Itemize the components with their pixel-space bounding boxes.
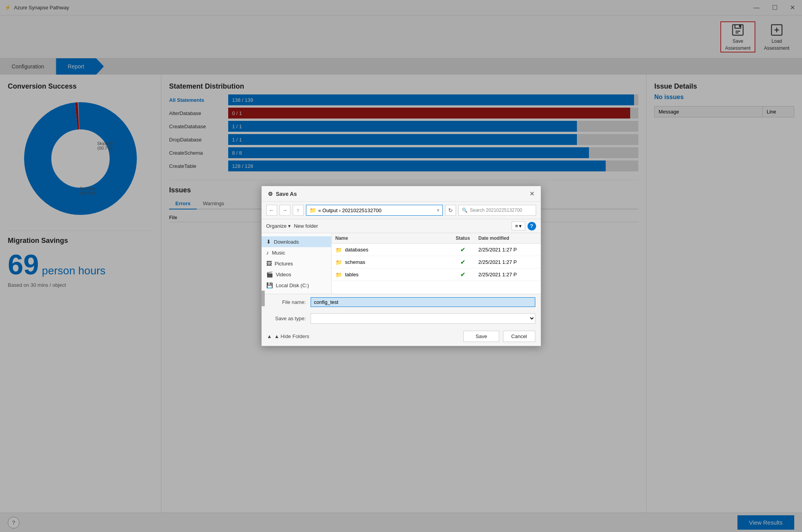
modal-titlebar: ⚙ Save As ✕ bbox=[262, 186, 541, 202]
sidebar-item-localdisk[interactable]: 💾 Local Disk (C:) bbox=[262, 280, 331, 291]
music-icon: ♪ bbox=[266, 249, 269, 256]
file-name-databases: databases bbox=[345, 247, 447, 253]
col-status[interactable]: Status bbox=[447, 235, 479, 241]
col-name[interactable]: Name bbox=[335, 235, 447, 241]
search-placeholder: Search 20210225132700 bbox=[470, 208, 522, 213]
modal-help-button[interactable]: ? bbox=[528, 222, 536, 230]
sidebar-scroll-thumb bbox=[262, 291, 265, 306]
file-name-tables: tables bbox=[345, 272, 447, 277]
check-icon-schemas: ✔ bbox=[460, 259, 465, 265]
modal-close-button[interactable]: ✕ bbox=[529, 190, 535, 197]
file-date-schemas: 2/25/2021 1:27 P bbox=[479, 259, 537, 265]
hide-folders-icon: ▲ bbox=[267, 333, 272, 339]
file-date-tables: 2/25/2021 1:27 P bbox=[479, 272, 537, 277]
downloads-icon: ⬇ bbox=[266, 239, 271, 245]
search-icon: 🔍 bbox=[462, 208, 468, 213]
check-icon-databases: ✔ bbox=[460, 246, 465, 253]
modal-icon: ⚙ bbox=[268, 191, 273, 197]
file-status-databases: ✔ bbox=[447, 246, 479, 253]
filename-label: File name: bbox=[267, 299, 306, 305]
file-name-schemas: schemas bbox=[345, 259, 447, 265]
filetype-row: Save as type: bbox=[262, 310, 541, 327]
sidebar-nav: ⬇ Downloads ♪ Music 🖼 Pictures 🎬 Videos … bbox=[262, 233, 332, 294]
breadcrumb-text: « Output › 20210225132700 bbox=[318, 208, 382, 213]
sidebar-item-pictures[interactable]: 🖼 Pictures bbox=[262, 258, 331, 269]
file-row-schemas[interactable]: 📁 schemas ✔ 2/25/2021 1:27 P bbox=[332, 256, 541, 269]
modal-actions-row: ▲ ▲ Hide Folders Save Cancel bbox=[262, 327, 541, 346]
modal-title: ⚙ Save As bbox=[268, 191, 297, 197]
folder-icon: 📁 bbox=[309, 207, 316, 213]
videos-icon: 🎬 bbox=[266, 271, 273, 277]
view-toggle-button[interactable]: ≡ ▾ bbox=[512, 222, 525, 230]
organize-button[interactable]: Organize ▾ bbox=[266, 223, 291, 229]
folder-icon-tables: 📁 bbox=[335, 272, 342, 278]
search-box[interactable]: 🔍 Search 20210225132700 bbox=[458, 205, 536, 216]
save-as-modal: ⚙ Save As ✕ ← → ↑ 📁 « Output › 202102251… bbox=[261, 186, 541, 346]
nav-forward-button[interactable]: → bbox=[280, 205, 290, 216]
filetype-label: Save as type: bbox=[267, 316, 306, 321]
view-dropdown-icon: ▾ bbox=[519, 223, 522, 229]
modal-overlay: ⚙ Save As ✕ ← → ↑ 📁 « Output › 202102251… bbox=[0, 0, 802, 532]
pictures-icon: 🖼 bbox=[266, 260, 272, 267]
nav-up-button[interactable]: ↑ bbox=[293, 205, 304, 216]
file-row-databases[interactable]: 📁 databases ✔ 2/25/2021 1:27 P bbox=[332, 244, 541, 256]
check-icon-tables: ✔ bbox=[460, 271, 465, 278]
nav-bar: ← → ↑ 📁 « Output › 20210225132700 ▾ ↻ 🔍 … bbox=[262, 202, 541, 219]
sidebar-item-videos[interactable]: 🎬 Videos bbox=[262, 269, 331, 280]
hide-folders-button[interactable]: ▲ ▲ Hide Folders bbox=[267, 333, 309, 339]
breadcrumb[interactable]: 📁 « Output › 20210225132700 ▾ bbox=[306, 205, 443, 216]
breadcrumb-dropdown-icon[interactable]: ▾ bbox=[437, 208, 439, 213]
file-row-tables[interactable]: 📁 tables ✔ 2/25/2021 1:27 P bbox=[332, 269, 541, 281]
filename-input[interactable] bbox=[311, 297, 535, 307]
new-folder-button[interactable]: New folder bbox=[294, 223, 318, 229]
file-date-databases: 2/25/2021 1:27 P bbox=[479, 247, 537, 253]
sidebar-item-downloads[interactable]: ⬇ Downloads bbox=[262, 236, 331, 247]
file-browser: ⬇ Downloads ♪ Music 🖼 Pictures 🎬 Videos … bbox=[262, 233, 541, 294]
file-status-schemas: ✔ bbox=[447, 258, 479, 266]
action-buttons: Save Cancel bbox=[463, 331, 535, 342]
file-status-tables: ✔ bbox=[447, 271, 479, 278]
col-date[interactable]: Date modified bbox=[479, 235, 537, 241]
filetype-select[interactable] bbox=[311, 313, 535, 324]
folder-icon-schemas: 📁 bbox=[335, 259, 342, 265]
modal-toolbar: Organize ▾ New folder ≡ ▾ ? bbox=[262, 219, 541, 233]
disk-icon: 💾 bbox=[266, 282, 273, 288]
nav-back-button[interactable]: ← bbox=[266, 205, 277, 216]
folder-icon-databases: 📁 bbox=[335, 247, 342, 253]
modal-save-button[interactable]: Save bbox=[463, 331, 499, 342]
view-icon: ≡ bbox=[515, 223, 518, 229]
nav-refresh-button[interactable]: ↻ bbox=[445, 205, 456, 216]
sidebar-item-music[interactable]: ♪ Music bbox=[262, 247, 331, 258]
modal-cancel-button[interactable]: Cancel bbox=[503, 331, 535, 342]
file-list-header: Name Status Date modified bbox=[332, 233, 541, 244]
filename-row: File name: bbox=[262, 294, 541, 310]
file-list: Name Status Date modified 📁 databases ✔ … bbox=[332, 233, 541, 294]
